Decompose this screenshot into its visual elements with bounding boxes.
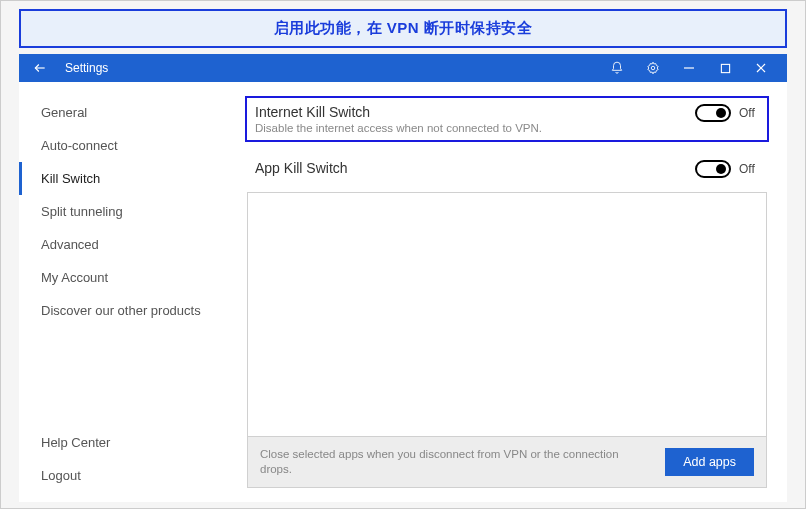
internet-kill-switch-state: Off — [739, 106, 759, 120]
internet-kill-switch-row: Internet Kill Switch Disable the interne… — [245, 96, 769, 142]
app-body: General Auto-connect Kill Switch Split t… — [19, 82, 787, 502]
sidebar-item-kill-switch[interactable]: Kill Switch — [19, 162, 239, 195]
settings-gear-icon[interactable] — [635, 54, 671, 82]
app-list-empty — [248, 193, 766, 436]
app-list-box: Close selected apps when you disconnect … — [247, 192, 767, 488]
internet-kill-switch-title: Internet Kill Switch — [255, 104, 685, 120]
sidebar-item-advanced[interactable]: Advanced — [19, 228, 239, 261]
window-titlebar: Settings — [19, 54, 787, 82]
app-kill-switch-toggle[interactable] — [695, 160, 731, 178]
settings-sidebar: General Auto-connect Kill Switch Split t… — [19, 82, 239, 502]
notifications-icon[interactable] — [599, 54, 635, 82]
sidebar-item-split-tunneling[interactable]: Split tunneling — [19, 195, 239, 228]
minimize-button[interactable] — [671, 54, 707, 82]
app-kill-switch-state: Off — [739, 162, 759, 176]
sidebar-item-my-account[interactable]: My Account — [19, 261, 239, 294]
svg-point-0 — [651, 66, 655, 70]
sidebar-item-discover[interactable]: Discover our other products — [19, 294, 239, 327]
internet-kill-switch-toggle[interactable] — [695, 104, 731, 122]
app-list-footer-text: Close selected apps when you disconnect … — [260, 447, 653, 477]
sidebar-item-auto-connect[interactable]: Auto-connect — [19, 129, 239, 162]
sidebar-item-logout[interactable]: Logout — [19, 459, 239, 492]
sidebar-item-general[interactable]: General — [19, 96, 239, 129]
svg-rect-2 — [721, 64, 729, 72]
app-kill-switch-row: App Kill Switch Off — [245, 152, 769, 186]
settings-main: Internet Kill Switch Disable the interne… — [239, 82, 787, 502]
internet-kill-switch-desc: Disable the internet access when not con… — [255, 122, 685, 134]
sidebar-item-help-center[interactable]: Help Center — [19, 426, 239, 459]
add-apps-button[interactable]: Add apps — [665, 448, 754, 476]
app-list-footer: Close selected apps when you disconnect … — [248, 436, 766, 487]
window-title: Settings — [65, 61, 599, 75]
app-kill-switch-title: App Kill Switch — [255, 160, 685, 176]
annotation-banner: 启用此功能，在 VPN 断开时保持安全 — [19, 9, 787, 48]
close-button[interactable] — [743, 54, 779, 82]
maximize-button[interactable] — [707, 54, 743, 82]
back-button[interactable] — [33, 61, 51, 75]
